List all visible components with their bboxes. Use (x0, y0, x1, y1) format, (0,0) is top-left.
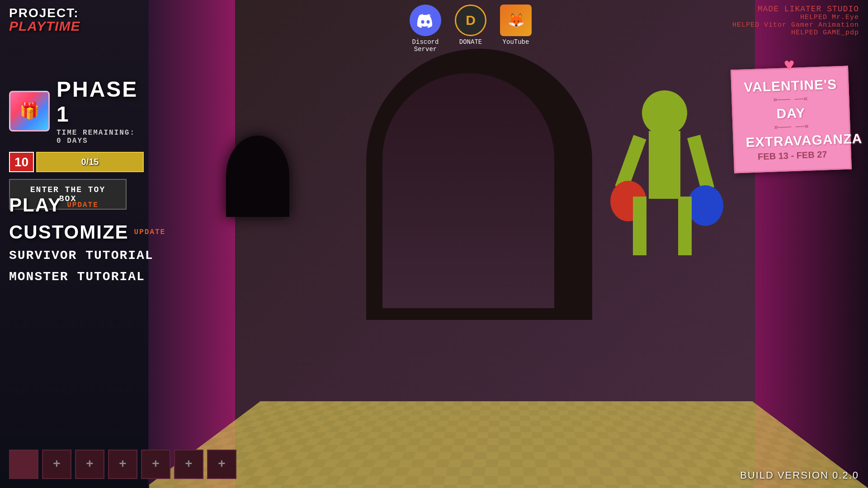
logo-playtime-text: PLAYTIME (9, 19, 72, 33)
customize-menu-item[interactable]: CUSTOMIZE UPDATE (9, 221, 165, 243)
valentine-dash: »——— ——« (744, 94, 837, 105)
char-head (642, 90, 687, 136)
build-version-text: BUILD VERSION 0.2.0 (740, 469, 859, 481)
progress-container: 10 0/15 (9, 152, 144, 172)
donate-label: DONATE (459, 38, 482, 46)
game-character (619, 90, 710, 316)
credits-section: MADE LIKATER STUDIO HELPED Mr.Eye HELPED… (732, 5, 859, 37)
logo-project-text: PROJECT: (9, 7, 72, 19)
credits-line-3: HELPED GAME_pdp (732, 29, 859, 37)
bottom-slots: + + + + + + (9, 450, 236, 479)
donate-d-letter: D (466, 13, 476, 28)
char-left-leg (633, 197, 646, 255)
slot-item-3[interactable]: + (75, 450, 104, 479)
social-bar: DiscordServer D DONATE 🦊 YouTube (410, 5, 532, 53)
play-label: PLAY (9, 194, 61, 216)
phase-header: 🎁 PHASE 1 TIME REMAINING: 0 DAYS (9, 77, 144, 145)
valentine-banner: ♥ VALENTINE'S »——— ——« DAY »——— ——« EXTR… (731, 66, 852, 174)
youtube-label: YouTube (503, 38, 529, 46)
game-logo: PROJECT: PLAYTIME (9, 7, 72, 52)
donate-button[interactable]: D DONATE (455, 5, 486, 46)
slot-plus-icon-2: + (86, 457, 94, 471)
play-menu-item[interactable]: PLAY UPDATE (9, 194, 165, 216)
slot-plus-icon-1: + (53, 457, 61, 471)
discord-icon (410, 5, 441, 36)
slot-plus-icon-4: + (152, 457, 160, 471)
discord-button[interactable]: DiscordServer (410, 5, 441, 53)
monster-tutorial-item[interactable]: MONSTER TUTORIAL (9, 270, 165, 284)
char-right-leg (678, 197, 692, 255)
credits-line-1: HELPED Mr.Eye (732, 14, 859, 21)
progress-text: 0/15 (81, 157, 99, 167)
time-remaining-text: TIME REMAINING: 0 DAYS (57, 129, 144, 145)
level-badge: 10 (9, 152, 34, 172)
credits-line-2: HELPED Vitor Gamer Animation (732, 21, 859, 29)
valentine-title-2: DAY (745, 104, 837, 122)
char-hand-blue (687, 185, 723, 226)
valentine-dates: FEB 13 - FEB 27 (746, 149, 839, 162)
slot-plus-icon-6: + (218, 457, 226, 471)
phase-title: PHASE 1 (57, 77, 144, 127)
credits-title: MADE LIKATER STUDIO (732, 5, 859, 14)
slot-item-2[interactable]: + (42, 450, 71, 479)
toy-box-icon: 🎁 (9, 91, 50, 131)
heart-icon: ♥ (783, 56, 795, 76)
arch-inner (382, 73, 554, 308)
creature-silhouette (226, 136, 289, 217)
slot-item-1[interactable] (9, 450, 38, 479)
char-body (649, 131, 680, 199)
survivor-tutorial-item[interactable]: SURVIVOR TUTORIAL (9, 249, 165, 263)
slot-plus-icon-5: + (185, 457, 193, 471)
valentine-title-1: VALENTINE'S (744, 76, 836, 94)
customize-update-badge: UPDATE (134, 228, 166, 236)
youtube-button[interactable]: 🦊 YouTube (500, 5, 532, 46)
progress-bar: 0/15 (36, 152, 144, 172)
slot-item-6[interactable]: + (174, 450, 203, 479)
slot-plus-icon-3: + (119, 457, 127, 471)
discord-label: DiscordServer (412, 38, 439, 53)
play-update-badge: UPDATE (67, 201, 99, 209)
youtube-fox-icon: 🦊 (500, 5, 532, 36)
left-panel: PROJECT: PLAYTIME 🎁 PHASE 1 TIME REMAINI… (0, 0, 149, 488)
valentine-extravaganza: EXTRAVAGANZA (745, 131, 838, 150)
slot-item-5[interactable]: + (141, 450, 170, 479)
slot-item-7[interactable]: + (207, 450, 236, 479)
customize-label: CUSTOMIZE (9, 221, 129, 243)
valentine-dash-2: »——— ——« (745, 121, 838, 132)
donate-icon: D (455, 5, 486, 36)
slot-item-4[interactable]: + (108, 450, 137, 479)
menu-section: PLAY UPDATE CUSTOMIZE UPDATE SURVIVOR TU… (9, 194, 165, 291)
